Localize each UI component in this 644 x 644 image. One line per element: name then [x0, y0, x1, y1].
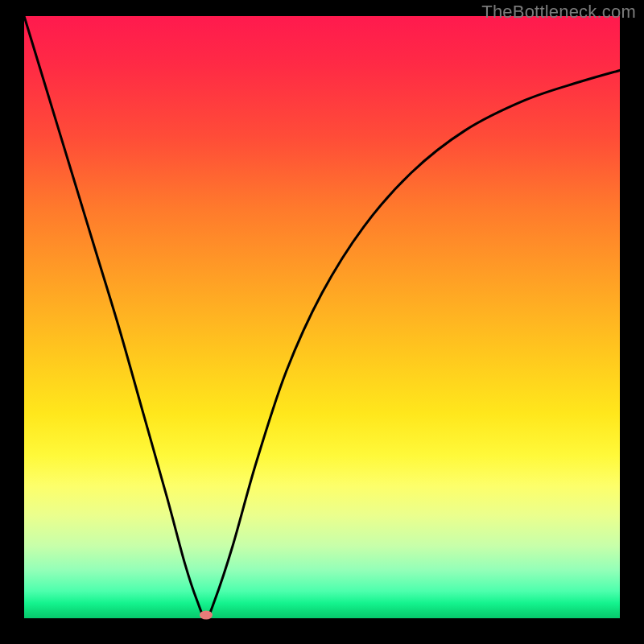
curve-path: [24, 16, 620, 618]
minimum-marker-dot: [200, 611, 213, 620]
watermark-text: TheBottleneck.com: [481, 2, 636, 23]
bottleneck-curve: [24, 16, 620, 618]
plot-area: [24, 16, 620, 618]
chart-frame: TheBottleneck.com: [0, 0, 644, 644]
